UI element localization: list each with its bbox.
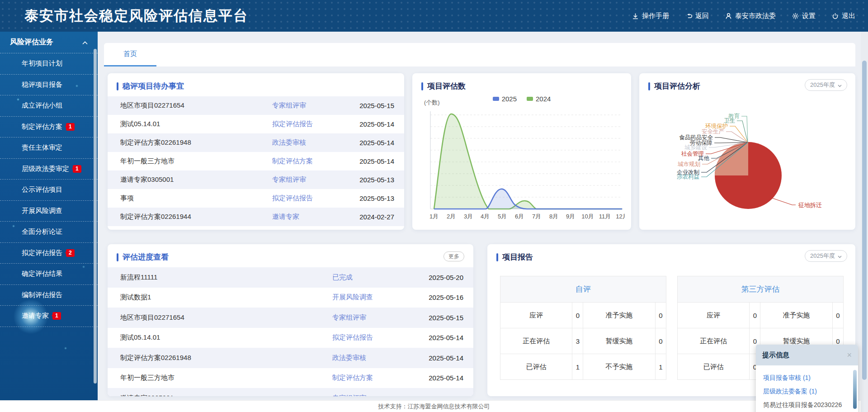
pie-slice-highlight: [715, 142, 748, 175]
chevron-up-icon: [82, 38, 88, 47]
download-icon: [632, 13, 639, 19]
svg-text:城市规划: 城市规划: [678, 161, 700, 167]
card-title: 项目评估分析: [654, 81, 700, 91]
progress-list: 新流程11111已完成2025-05-20 测试数据1开展风险调查2025-05…: [108, 267, 473, 396]
stage-link[interactable]: 专家组评审: [332, 394, 411, 396]
svg-text:6月: 6月: [515, 213, 524, 220]
svg-text:2月: 2月: [447, 213, 456, 220]
sidebar-scrollbar[interactable]: [94, 49, 97, 384]
sidebar-item-risk-survey[interactable]: 开展风险调查: [0, 201, 98, 222]
stage-link[interactable]: 拟定评估报告: [332, 333, 411, 342]
sidebar-group-risk-assessment[interactable]: 风险评估业务: [0, 32, 98, 53]
stage-link[interactable]: 拟定评估报告: [272, 194, 344, 203]
sidebar-item-publicize-project[interactable]: 公示评估项目: [0, 180, 98, 201]
svg-text:12月: 12月: [616, 213, 625, 220]
sidebar-item-form-team[interactable]: 成立评估小组: [0, 95, 98, 117]
logout-button[interactable]: 退出: [832, 12, 855, 20]
card-pending-tasks: 稳评项目待办事宜 地区市项目02271654专家组评审2025-05-15 测试…: [108, 73, 404, 230]
svg-text:9月: 9月: [566, 213, 575, 220]
sidebar-item-make-plan[interactable]: 制定评估方案1: [0, 117, 98, 138]
table-row[interactable]: 地区市项目02271654专家组评审2025-05-15: [108, 96, 404, 115]
svg-text:5月: 5月: [498, 213, 507, 220]
footer-text: 技术支持：江苏海盟金网信息技术有限公司: [378, 403, 490, 411]
sidebar-item-project-filing[interactable]: 稳评项目报备: [0, 75, 98, 96]
stage-link[interactable]: 开展风险调查: [332, 293, 411, 302]
stage-link[interactable]: 政法委审核: [332, 354, 411, 362]
stage-link[interactable]: 专家组评审: [272, 101, 344, 110]
accent-bar: [117, 253, 118, 261]
card-title: 稳评项目待办事宜: [123, 81, 184, 91]
table-row[interactable]: 测试05.14.01拟定评估报告2025-05-14: [108, 328, 473, 348]
close-icon[interactable]: ×: [847, 351, 852, 359]
popup-scrollbar[interactable]: [853, 370, 857, 409]
table-row[interactable]: 事项拟定评估报告2025-05-13: [108, 189, 404, 208]
legend-swatch: [527, 97, 533, 101]
x-axis-labels: 1月 2月 3月 4月 5月 6月 7月 8月 9月 10月 11月 12月: [429, 213, 625, 220]
return-icon: [685, 13, 692, 19]
table-row[interactable]: 年初一般三方地市制定评估方案2025-05-14: [108, 368, 473, 388]
sidebar-item-confirm-result[interactable]: 确定评估结果: [0, 264, 98, 285]
popup-link-committee-filing[interactable]: 层级政法委备案 (1): [763, 384, 851, 398]
table-row[interactable]: 制定评估方案02261944邀请专家2024-02-27: [108, 208, 404, 226]
sidebar-item-compile-report[interactable]: 编制评估报告: [0, 285, 98, 306]
table-row[interactable]: 新流程11111已完成2025-05-20: [108, 267, 473, 288]
legend-swatch: [493, 97, 499, 101]
stage-link[interactable]: 专家组评审: [332, 313, 411, 322]
svg-text:安全生产: 安全生产: [702, 128, 724, 135]
sidebar-item-analysis[interactable]: 全面分析论证: [0, 222, 98, 243]
manual-button[interactable]: 操作手册: [632, 12, 669, 20]
table-row[interactable]: 制定评估方案02261948政法委审核2025-05-14: [108, 133, 404, 152]
notification-popup: 提示信息 × 项目报备审核 (1) 层级政法委备案 (1) 简易过往项目报备20…: [756, 345, 858, 412]
stage-link[interactable]: 已完成: [332, 273, 411, 282]
svg-text:1月: 1月: [429, 213, 439, 220]
table-row[interactable]: 年初一般三方地市制定评估方案2025-05-14: [108, 152, 404, 170]
sidebar-item-responsible-review[interactable]: 责任主体审定: [0, 137, 98, 159]
table-row[interactable]: 测试05.14.01拟定评估报告2025-05-14: [108, 115, 404, 133]
accent-bar: [117, 82, 118, 90]
pending-task-list: 地区市项目02271654专家组评审2025-05-15 测试05.14.01拟…: [108, 96, 404, 226]
page-scrollbar-thumb[interactable]: [862, 61, 867, 380]
stage-link[interactable]: 制定评估方案: [332, 374, 411, 382]
footer: 技术支持：江苏海盟金网信息技术有限公司: [0, 400, 868, 412]
svg-text:8月: 8月: [549, 213, 558, 220]
card-assessment-count-chart: 项目评估数 2025 2024 (个数) 1月 2月 3月 4月 5月 6月 7…: [412, 73, 631, 230]
stage-link[interactable]: 政法委审核: [272, 138, 344, 147]
power-icon: [832, 13, 839, 19]
sidebar-item-draft-report[interactable]: 拟定评估报告2: [0, 243, 98, 264]
tab-home[interactable]: 首页: [104, 43, 156, 66]
stage-link[interactable]: 专家组评审: [272, 175, 344, 184]
sidebar-item-invite-experts[interactable]: 邀请专家1: [0, 306, 98, 327]
sidebar-item-annual-plan[interactable]: 年初项目计划: [0, 53, 98, 75]
user-account[interactable]: 泰安市政法委: [725, 12, 776, 20]
table-row[interactable]: 邀请专家0305001专家组评审2025-05-13: [108, 170, 404, 189]
pie-main-label: 征地拆迁: [798, 202, 822, 208]
table-row[interactable]: 制定评估方案02261948政法委审核2025-05-14: [108, 348, 473, 368]
card-title: 项目评估数: [427, 81, 466, 91]
back-button[interactable]: 返回: [685, 12, 709, 20]
stage-link[interactable]: 拟定评估报告: [272, 120, 344, 128]
table-row[interactable]: 地区市项目02271654专家组评审2025-05-15: [108, 308, 473, 328]
popup-text-item: 简易过往项目报备20230226: [763, 398, 851, 412]
popup-title: 提示信息: [762, 351, 789, 360]
popup-link-report-review[interactable]: 项目报备审核 (1): [763, 371, 851, 384]
sidebar-item-committee-review[interactable]: 层级政法委审定1: [0, 159, 98, 180]
notification-badge: 1: [52, 312, 61, 320]
card-title: 项目报告: [502, 252, 533, 262]
svg-text:涉农利益: 涉农利益: [677, 174, 699, 180]
svg-text:城乡建设: 城乡建设: [684, 144, 708, 151]
page-scrollbar[interactable]: [861, 32, 868, 412]
gear-icon: [792, 13, 799, 19]
table-row[interactable]: 测试数据1开展风险调查2025-05-16: [108, 288, 473, 308]
notification-badge: 1: [66, 123, 75, 131]
stage-link[interactable]: 邀请专家: [272, 213, 344, 221]
table-row[interactable]: 邀请专家0305001专家组评审2025-05-13: [108, 388, 473, 396]
svg-text:其他: 其他: [698, 155, 710, 161]
stage-link[interactable]: 制定评估方案: [272, 157, 344, 166]
accent-bar: [421, 82, 423, 90]
sidebar: 风险评估业务 年初项目计划 稳评项目报备 成立评估小组 制定评估方案1 责任主体…: [0, 32, 98, 400]
series-2024-area: [434, 114, 622, 209]
settings-button[interactable]: 设置: [792, 12, 816, 20]
area-chart: 1月 2月 3月 4月 5月 6月 7月 8月 9月 10月 11月 12月: [419, 109, 625, 223]
app-header: 泰安市社会稳定风险评估信息平台 操作手册 返回 泰: [0, 0, 868, 32]
card-progress-view: 评估进度查看 更多 新流程11111已完成2025-05-20 测试数据1开展风…: [108, 244, 473, 396]
